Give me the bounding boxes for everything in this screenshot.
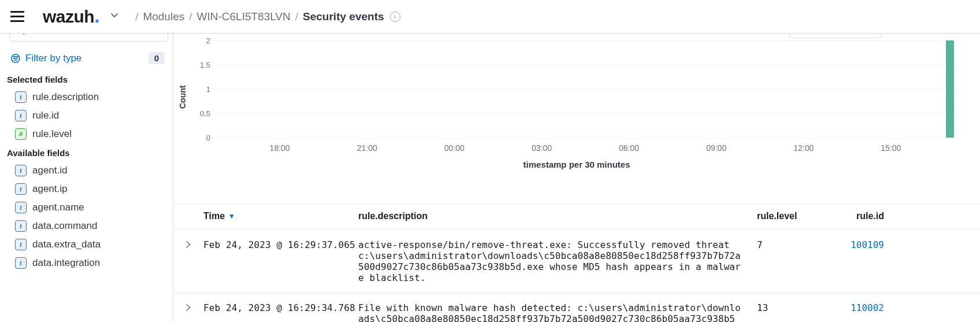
chart-ytick: 0.5 (195, 109, 210, 118)
filter-by-type-button[interactable]: Filter by type (10, 53, 81, 64)
cell-level: 7 (757, 239, 838, 250)
cell-description: File with known malware hash detected: c… (358, 302, 757, 322)
selected-field-item[interactable]: t rule.id (5, 106, 173, 125)
chevron-down-icon[interactable] (109, 10, 120, 24)
chart-ytick: 1.5 (195, 61, 210, 69)
available-field-item[interactable]: t data.extra_data (5, 235, 173, 254)
breadcrumb: / Modules / WIN-C6LI5T83LVN / Security e… (135, 10, 400, 23)
filter-count-badge: 0 (149, 52, 165, 64)
field-label: rule.id (32, 110, 59, 121)
info-icon[interactable]: i (390, 12, 400, 22)
filter-icon (10, 53, 21, 64)
text-type-icon: t (15, 91, 27, 103)
search-icon (16, 34, 25, 35)
breadcrumb-agent[interactable]: WIN-C6LI5T83LVN (197, 10, 291, 23)
chart-gridline (214, 40, 957, 41)
col-description[interactable]: rule.description (358, 211, 757, 221)
logo[interactable]: wazuh. (43, 7, 99, 27)
selected-field-item[interactable]: # rule.level (5, 125, 173, 143)
main-panel: Count 00.511.5218:0021:0000:0003:0006:00… (173, 34, 980, 322)
chart-ytick: 0 (195, 134, 210, 142)
fields-sidebar: Search field names Filter by type 0 Sele… (0, 34, 173, 322)
chart-xlabel: timestamp per 30 minutes (173, 160, 980, 169)
table-header: Time ▼ rule.description rule.level rule.… (173, 204, 980, 230)
chart-xtick: 18:00 (270, 143, 290, 153)
text-type-icon: t (15, 239, 27, 250)
expand-row-button[interactable] (173, 302, 203, 312)
cell-rule-id-link[interactable]: 110002 (838, 302, 913, 313)
table-row: Feb 24, 2023 @ 16:29:34.768 File with kn… (173, 293, 980, 322)
chart-xtick: 09:00 (706, 143, 726, 153)
chart-ytick: 1 (195, 85, 210, 94)
chart-xtick: 21:00 (357, 143, 377, 153)
text-type-icon: t (15, 183, 27, 195)
col-level[interactable]: rule.level (757, 211, 838, 221)
chart-xtick: 00:00 (444, 143, 465, 153)
cell-time: Feb 24, 2023 @ 16:29:34.768 (203, 302, 358, 313)
field-label: agent.id (32, 165, 68, 176)
menu-toggle-button[interactable] (10, 10, 24, 24)
table-row: Feb 24, 2023 @ 16:29:37.065 active-respo… (173, 230, 980, 293)
chart-bar[interactable] (946, 40, 954, 138)
col-time-sort[interactable]: Time ▼ (203, 211, 358, 221)
col-id[interactable]: rule.id (838, 211, 913, 221)
topbar: wazuh. / Modules / WIN-C6LI5T83LVN / Sec… (0, 0, 980, 34)
svg-line-1 (22, 34, 24, 35)
chart-xtick: 06:00 (619, 143, 639, 153)
chart-gridline (214, 138, 957, 138)
field-search-placeholder: Search field names (28, 34, 107, 36)
expand-row-button[interactable] (173, 239, 203, 249)
field-search-input[interactable]: Search field names (9, 34, 168, 42)
field-label: data.integration (32, 257, 100, 269)
selected-fields-heading: Selected fields (5, 70, 173, 88)
events-table: Time ▼ rule.description rule.level rule.… (173, 203, 980, 322)
cell-rule-id-link[interactable]: 100109 (838, 239, 913, 250)
field-label: data.extra_data (32, 239, 101, 250)
cell-time: Feb 24, 2023 @ 16:29:37.065 (203, 239, 358, 250)
field-label: agent.ip (32, 183, 68, 195)
text-type-icon: t (15, 110, 27, 121)
available-field-item[interactable]: t agent.id (5, 161, 173, 180)
available-field-item[interactable]: t agent.name (5, 198, 173, 217)
text-type-icon: t (15, 165, 27, 176)
available-field-item[interactable]: t data.command (5, 217, 173, 235)
cell-level: 13 (757, 302, 838, 313)
number-type-icon: # (15, 128, 27, 140)
available-field-item[interactable]: t agent.ip (5, 180, 173, 198)
chart-gridline (214, 113, 957, 114)
chart-ytick: 2 (195, 36, 210, 45)
chart-xtick: 12:00 (793, 143, 814, 153)
breadcrumb-current: Security events (303, 10, 384, 23)
text-type-icon: t (15, 257, 27, 269)
text-type-icon: t (15, 202, 27, 213)
chart-xtick: 03:00 (532, 143, 552, 153)
field-label: rule.level (32, 128, 72, 140)
chart-xtick: 15:00 (881, 143, 901, 153)
histogram-chart[interactable]: Count 00.511.5218:0021:0000:0003:0006:00… (173, 34, 980, 201)
breadcrumb-modules[interactable]: Modules (143, 10, 184, 23)
chart-gridline (214, 89, 957, 90)
available-fields-heading: Available fields (5, 143, 173, 161)
chart-gridline (214, 65, 957, 65)
selected-field-item[interactable]: t rule.description (5, 88, 173, 106)
field-label: rule.description (32, 91, 99, 103)
sort-desc-icon: ▼ (228, 212, 235, 220)
cell-description: active-response/bin/remove-threat.exe: S… (358, 239, 757, 283)
logo-text: wazuh (43, 7, 94, 27)
field-label: data.command (32, 220, 97, 232)
available-field-item[interactable]: t data.integration (5, 254, 173, 272)
text-type-icon: t (15, 220, 27, 232)
field-label: agent.name (32, 202, 84, 213)
chart-ylabel: Count (178, 86, 187, 109)
